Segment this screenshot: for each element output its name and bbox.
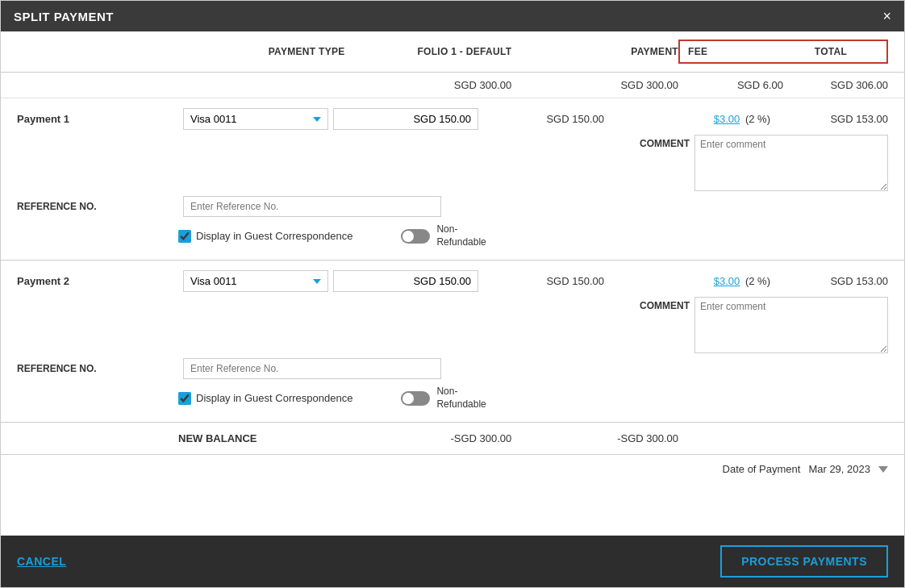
payment1-type-select[interactable]: Visa 0011 — [183, 108, 328, 130]
payment2-display-guest-check[interactable]: Display in Guest Correspondence — [178, 392, 352, 405]
payment2-fee-pct: (2 %) — [745, 275, 770, 287]
modal-header: SPLIT PAYMENT × — [1, 1, 904, 31]
payment2-section: Payment 2 Visa 0011 SGD 150.00 $3.00 (2 … — [1, 261, 904, 423]
payment1-fee-display: $3.00 (2 %) — [609, 113, 770, 125]
payment1-fee-pct: (2 %) — [745, 113, 770, 125]
payment1-type-value: Visa 0011 — [190, 113, 237, 125]
payment1-ref-row: REFERENCE NO. — [17, 196, 888, 217]
payment1-amount-input[interactable] — [333, 108, 478, 130]
balance-row: NEW BALANCE -SGD 300.00 -SGD 300.00 — [1, 423, 904, 455]
payment2-nonrefundable-toggle-group: Non-Refundable — [401, 386, 486, 411]
payment2-dropdown-arrow — [313, 279, 321, 284]
payment2-fee-display: $3.00 (2 %) — [609, 275, 770, 287]
payment2-main-row: Payment 2 Visa 0011 SGD 150.00 $3.00 (2 … — [17, 270, 888, 292]
payment2-fee-link[interactable]: $3.00 — [714, 275, 740, 287]
payment2-comment-label: COMMENT — [640, 297, 690, 311]
summary-fee: SGD 6.00 — [678, 79, 783, 91]
payment2-ref-input[interactable] — [183, 358, 441, 379]
col-payment-type: PAYMENT TYPE — [178, 46, 345, 57]
payment2-comment-textarea[interactable] — [694, 297, 888, 353]
table-header: PAYMENT TYPE FOLIO 1 - DEFAULT PAYMENT F… — [1, 31, 904, 73]
payment2-guest-label: Display in Guest Correspondence — [196, 392, 352, 404]
payment2-nonrefundable-toggle[interactable] — [401, 391, 430, 406]
fee-total-box: FEE TOTAL — [678, 40, 888, 64]
payment1-ref-input[interactable] — [183, 196, 441, 217]
payment2-type-select[interactable]: Visa 0011 — [183, 270, 328, 292]
payment1-ref-label: REFERENCE NO. — [17, 201, 178, 212]
payment2-nonrefundable-label: Non-Refundable — [436, 386, 486, 411]
date-of-payment-label: Date of Payment — [723, 463, 801, 475]
payment1-guest-label: Display in Guest Correspondence — [196, 230, 352, 242]
payment1-nonrefundable-label: Non-Refundable — [436, 223, 486, 248]
col-payment: PAYMENT — [511, 46, 678, 57]
payment1-fee-link[interactable]: $3.00 — [714, 113, 740, 125]
col-folio: FOLIO 1 - DEFAULT — [345, 46, 512, 57]
balance-payment: -SGD 300.00 — [511, 432, 678, 444]
modal-footer: CANCEL PROCESS PAYMENTS — [1, 536, 904, 587]
summary-total: SGD 306.00 — [783, 79, 888, 91]
payment1-dropdown-arrow — [313, 117, 321, 122]
payment1-nonrefundable-toggle-group: Non-Refundable — [401, 223, 486, 248]
payment1-main-row: Payment 1 Visa 0011 SGD 150.00 $3.00 (2 … — [17, 108, 888, 130]
payment1-comment-label: COMMENT — [640, 135, 690, 149]
payment1-display-guest-check[interactable]: Display in Guest Correspondence — [178, 230, 352, 243]
balance-folio: -SGD 300.00 — [345, 432, 512, 444]
col-total: TOTAL — [783, 46, 878, 57]
payment2-amount-input[interactable] — [333, 270, 478, 292]
payment1-guest-checkbox[interactable] — [178, 230, 191, 243]
split-payment-modal: SPLIT PAYMENT × PAYMENT TYPE FOLIO 1 - D… — [0, 0, 905, 588]
payment2-options-row: Display in Guest Correspondence Non-Refu… — [178, 386, 888, 411]
payment2-total: SGD 153.00 — [775, 275, 888, 287]
payment1-payment-display: SGD 150.00 — [483, 113, 604, 125]
payment1-section: Payment 1 Visa 0011 SGD 150.00 $3.00 (2 … — [1, 98, 904, 261]
payment2-ref-row: REFERENCE NO. — [17, 358, 888, 379]
process-payments-button[interactable]: PROCESS PAYMENTS — [720, 545, 888, 578]
col-fee: FEE — [688, 46, 783, 57]
cancel-button[interactable]: CANCEL — [17, 555, 66, 568]
payment2-payment-display: SGD 150.00 — [483, 275, 604, 287]
modal-title: SPLIT PAYMENT — [14, 10, 114, 23]
payment2-type-value: Visa 0011 — [190, 275, 237, 287]
summary-row: SGD 300.00 SGD 300.00 SGD 6.00 SGD 306.0… — [1, 73, 904, 98]
date-chevron-icon[interactable] — [878, 466, 888, 473]
close-button[interactable]: × — [882, 9, 891, 23]
payment1-options-row: Display in Guest Correspondence Non-Refu… — [178, 223, 888, 248]
payment2-guest-checkbox[interactable] — [178, 392, 191, 405]
modal-body: PAYMENT TYPE FOLIO 1 - DEFAULT PAYMENT F… — [1, 31, 904, 536]
payment2-ref-label: REFERENCE NO. — [17, 363, 178, 374]
date-row: Date of Payment Mar 29, 2023 — [1, 455, 904, 483]
summary-payment: SGD 300.00 — [511, 79, 678, 91]
payment1-label: Payment 1 — [17, 113, 178, 125]
summary-folio: SGD 300.00 — [345, 79, 512, 91]
payment1-total: SGD 153.00 — [775, 113, 888, 125]
balance-label: NEW BALANCE — [178, 432, 345, 444]
payment1-comment-textarea[interactable] — [694, 135, 888, 191]
payment2-label: Payment 2 — [17, 275, 178, 287]
date-of-payment-value: Mar 29, 2023 — [808, 463, 870, 475]
payment1-nonrefundable-toggle[interactable] — [401, 229, 430, 244]
